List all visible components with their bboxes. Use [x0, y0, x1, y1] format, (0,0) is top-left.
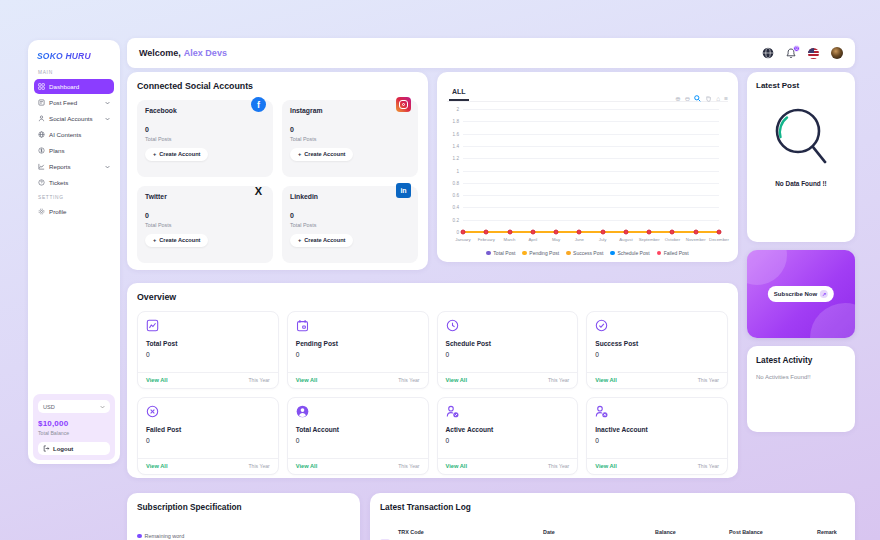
period-label: This Year — [698, 377, 719, 383]
sidebar-item-reports[interactable]: Reports — [34, 159, 114, 174]
sidebar-item-plans[interactable]: Plans — [34, 143, 114, 158]
logout-icon — [43, 445, 50, 452]
social-count: 0 — [290, 212, 410, 219]
view-all-link[interactable]: View All — [146, 377, 168, 383]
selection-zoom-icon[interactable] — [694, 95, 701, 104]
posts-chart-card: ALL ⊕ ⊖ ⌂ ≡ 2 1.8 1.6 1.4 1.2 1 0.8 0.6 … — [437, 72, 738, 262]
stat-value: 0 — [296, 437, 420, 444]
y-tick: 0.6 — [453, 193, 459, 198]
sidebar-item-dashboard[interactable]: Dashboard — [34, 79, 114, 94]
stat-title: Total Post — [146, 340, 270, 347]
social-card-twitter: Twitter X 0 Total Posts +Create Account — [137, 186, 273, 263]
view-all-link[interactable]: View All — [146, 463, 168, 469]
total-posts-label: Total Posts — [290, 222, 410, 228]
data-point — [693, 230, 698, 235]
social-card-instagram: Instagram 0 Total Posts +Create Account — [282, 100, 418, 177]
language-globe-icon[interactable] — [762, 47, 774, 59]
stat-title: Active Account — [446, 426, 570, 433]
y-tick: 0.8 — [453, 180, 459, 185]
tab-all[interactable]: ALL — [449, 88, 469, 101]
section-title: Latest Activity — [756, 355, 846, 365]
decorative-blob — [747, 250, 787, 285]
linkedin-icon: in — [396, 183, 411, 198]
x-axis-label: December — [709, 237, 729, 242]
social-card-linkedin: Linkedin in 0 Total Posts +Create Accoun… — [282, 186, 418, 263]
legend-item[interactable]: Schedule Post — [610, 250, 649, 256]
user-avatar[interactable] — [831, 47, 843, 59]
sidebar-section-main: MAIN — [38, 70, 114, 75]
legend-dot — [566, 251, 571, 256]
username: Alex Devs — [184, 48, 227, 58]
chart-legend: Total Post Pending Post Success Post Sch… — [437, 250, 738, 256]
plus-icon: + — [298, 151, 301, 157]
stat-value: 0 — [146, 351, 270, 358]
stat-card-pending-post: Pending Post 0 View AllThis Year — [287, 311, 429, 389]
dashboard-icon — [38, 83, 45, 90]
period-label: This Year — [249, 463, 270, 469]
section-title: Overview — [137, 292, 728, 302]
zoom-out-icon[interactable]: ⊖ — [685, 96, 690, 103]
stat-title: Schedule Post — [446, 340, 570, 347]
stat-card-total-account: Total Account 0 View AllThis Year — [287, 397, 429, 475]
sidebar-item-profile[interactable]: Profile — [34, 204, 114, 219]
currency-select[interactable]: USD — [38, 400, 110, 413]
column-trx-code: TRX Code — [398, 529, 543, 535]
logout-button[interactable]: Logout — [38, 442, 110, 455]
view-all-link[interactable]: View All — [446, 377, 468, 383]
wallet-card: USD $10,000 Total Balance Logout — [33, 394, 115, 460]
sidebar-item-ai-contents[interactable]: AI Contents — [34, 127, 114, 142]
empty-state-text: No Activities Found!! — [756, 374, 846, 380]
notification-badge: 0 — [793, 45, 800, 52]
welcome-text: Welcome,Alex Devs — [139, 48, 227, 58]
sidebar-item-tickets[interactable]: Tickets — [34, 175, 114, 190]
home-reset-icon[interactable]: ⌂ — [716, 96, 720, 103]
y-tick: 1.6 — [453, 131, 459, 136]
zoom-in-icon[interactable]: ⊕ — [675, 96, 680, 103]
notifications-bell-icon[interactable]: 0 — [786, 48, 796, 59]
gridline — [463, 158, 719, 159]
data-point — [461, 230, 466, 235]
pan-hand-icon[interactable] — [705, 95, 712, 104]
create-account-button[interactable]: +Create Account — [290, 148, 353, 161]
view-all-link[interactable]: View All — [595, 463, 617, 469]
top-header: Welcome,Alex Devs 0 — [127, 38, 855, 68]
period-label: This Year — [698, 463, 719, 469]
decorative-blob — [810, 303, 855, 338]
sidebar-item-label: Post Feed — [49, 99, 77, 106]
create-account-button[interactable]: +Create Account — [290, 234, 353, 247]
stat-value: 0 — [595, 351, 719, 358]
view-all-link[interactable]: View All — [296, 377, 318, 383]
legend-item[interactable]: Total Post — [486, 250, 515, 256]
sidebar-item-social-accounts[interactable]: Social Accounts — [34, 111, 114, 126]
legend-item[interactable]: Failed Post — [657, 250, 689, 256]
data-point — [600, 230, 605, 235]
subscribe-now-button[interactable]: Subscribe Now ↗ — [768, 286, 834, 302]
legend-item[interactable]: Pending Post — [522, 250, 559, 256]
view-all-link[interactable]: View All — [296, 463, 318, 469]
view-all-link[interactable]: View All — [595, 377, 617, 383]
column-remark: Remark — [817, 529, 845, 535]
series-line — [461, 231, 721, 233]
gridline — [463, 183, 719, 184]
spec-legend: Remaining word — [137, 533, 350, 539]
plus-icon: + — [153, 151, 156, 157]
sidebar-item-label: Tickets — [49, 179, 68, 186]
us-flag-icon[interactable] — [808, 48, 819, 59]
chevron-down-icon — [105, 101, 110, 105]
x-axis-label: September — [639, 237, 660, 242]
sidebar-item-post-feed[interactable]: Post Feed — [34, 95, 114, 110]
legend-item[interactable]: Success Post — [566, 250, 603, 256]
create-account-button[interactable]: +Create Account — [145, 234, 208, 247]
social-name: Instagram — [290, 107, 410, 114]
stat-card-active-account: Active Account 0 View AllThis Year — [437, 397, 579, 475]
column-date: Date — [543, 529, 655, 535]
social-count: 0 — [290, 126, 410, 133]
subscribe-banner: Subscribe Now ↗ — [747, 250, 855, 338]
menu-icon[interactable]: ≡ — [724, 96, 728, 103]
view-all-link[interactable]: View All — [446, 463, 468, 469]
gridline — [463, 220, 719, 221]
y-tick: 0 — [456, 230, 459, 235]
create-account-button[interactable]: +Create Account — [145, 148, 208, 161]
legend-dot — [610, 251, 615, 256]
sidebar-item-label: AI Contents — [49, 131, 81, 138]
